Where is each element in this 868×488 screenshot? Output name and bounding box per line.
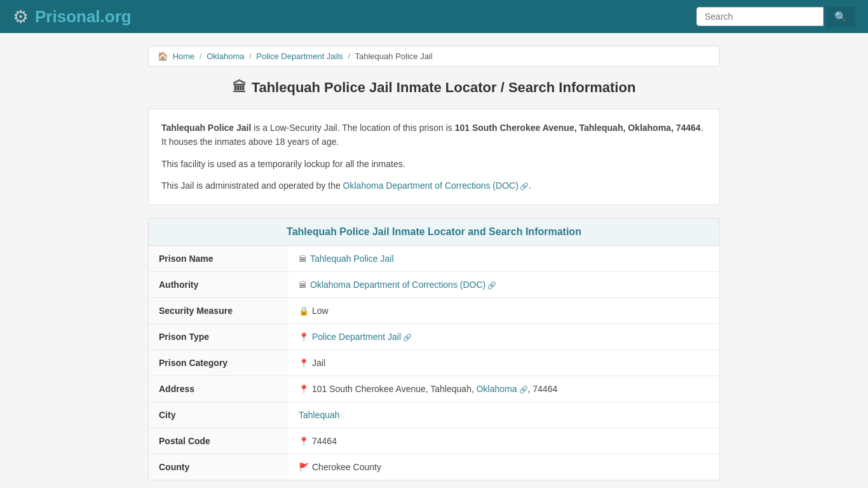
main-content: 🏠 Home / Oklahoma / Police Department Ja… <box>142 33 726 488</box>
zip-text: , 74464 <box>528 384 558 394</box>
cell-icon: 🔒 <box>299 306 309 316</box>
row-value: 📍Jail <box>288 349 719 376</box>
description-para1: Tahlequah Police Jail is a Low-Security … <box>161 121 707 149</box>
table-row: Prison Type📍Police Department Jail🔗 <box>149 323 719 349</box>
address-text: 101 South Cherokee Avenue, Tahlequah, <box>312 384 477 394</box>
row-label: Postal Code <box>149 428 288 454</box>
row-label: Authority <box>149 271 288 297</box>
table-row: CityTahlequah <box>149 402 719 428</box>
cell-text: Low <box>312 306 329 316</box>
row-label: City <box>149 402 288 428</box>
breadcrumb-home[interactable]: Home <box>173 51 195 61</box>
logo-ext: .org <box>100 7 132 26</box>
cell-link[interactable]: Oklahoma Department of Corrections (DOC) <box>310 280 485 290</box>
table-row: Address📍101 South Cherokee Avenue, Tahle… <box>149 376 719 402</box>
cell-icon: 📍 <box>299 437 309 446</box>
table-row: Authority🏛Oklahoma Department of Correct… <box>149 271 719 297</box>
state-link[interactable]: Oklahoma <box>477 384 517 394</box>
cell-text: 74464 <box>312 436 337 446</box>
table-row: Prison Name🏛Tahlequah Police Jail <box>149 246 719 272</box>
ext-icon: 🔗 <box>487 281 496 289</box>
info-table-section: Tahlequah Police Jail Inmate Locator and… <box>148 218 720 480</box>
ext-icon: 🔗 <box>519 386 528 393</box>
row-value: 🏛Tahlequah Police Jail <box>288 246 719 272</box>
cell-icon: 🏛 <box>299 280 307 290</box>
info-table-header: Tahlequah Police Jail Inmate Locator and… <box>149 219 719 246</box>
row-value: Tahlequah <box>288 402 719 428</box>
breadcrumb-category[interactable]: Police Department Jails <box>256 51 343 61</box>
cell-icon: 📍 <box>299 332 309 342</box>
row-label: County <box>149 454 288 480</box>
search-area: 🔍 <box>696 6 855 27</box>
cell-icon: 📍 <box>299 384 309 394</box>
ext-icon: 🔗 <box>403 334 412 341</box>
table-row: Postal Code📍74464 <box>149 428 719 454</box>
cell-link[interactable]: Tahlequah Police Jail <box>310 254 394 264</box>
row-value: 📍101 South Cherokee Avenue, Tahlequah, O… <box>288 376 719 402</box>
row-label: Prison Category <box>149 349 288 376</box>
building-icon: 🏛 <box>233 79 247 96</box>
row-label: Address <box>149 376 288 402</box>
search-button[interactable]: 🔍 <box>826 6 855 27</box>
info-table: Prison Name🏛Tahlequah Police JailAuthori… <box>149 246 719 480</box>
logo-icon: ⚙ <box>13 6 29 27</box>
prison-name-bold: Tahlequah Police Jail <box>161 123 251 133</box>
cell-text: Jail <box>312 358 325 368</box>
description-section: Tahlequah Police Jail is a Low-Security … <box>148 109 720 205</box>
row-value: 🚩Cherokee County <box>288 454 719 480</box>
external-link-icon: 🔗 <box>520 182 529 190</box>
site-header: ⚙ Prisonal.org 🔍 <box>0 0 868 33</box>
breadcrumb: 🏠 Home / Oklahoma / Police Department Ja… <box>148 46 720 67</box>
logo-main: Prisonal <box>35 7 100 26</box>
doc-link[interactable]: Oklahoma Department of Corrections (DOC) <box>343 180 519 191</box>
cell-icon: 🏛 <box>299 254 307 264</box>
table-row: County🚩Cherokee County <box>149 454 719 480</box>
breadcrumb-state[interactable]: Oklahoma <box>207 51 244 61</box>
cell-text: Cherokee County <box>312 462 381 472</box>
home-icon: 🏠 <box>158 51 168 61</box>
row-value: 📍Police Department Jail🔗 <box>288 323 719 349</box>
cell-icon: 🚩 <box>299 463 309 472</box>
row-value: 🔒Low <box>288 297 719 323</box>
description-para3: This Jail is administrated and operated … <box>161 179 707 193</box>
row-value: 🏛Oklahoma Department of Corrections (DOC… <box>288 271 719 297</box>
logo-text: Prisonal.org <box>35 7 132 27</box>
breadcrumb-current: Tahlequah Police Jail <box>355 51 433 61</box>
cell-link[interactable]: Tahlequah <box>299 410 340 420</box>
logo-area: ⚙ Prisonal.org <box>13 6 132 27</box>
table-row: Security Measure🔒Low <box>149 297 719 323</box>
cell-link[interactable]: Police Department Jail <box>312 332 401 342</box>
page-title: 🏛 Tahlequah Police Jail Inmate Locator /… <box>148 79 720 96</box>
row-label: Security Measure <box>149 297 288 323</box>
table-row: Prison Category📍Jail <box>149 349 719 376</box>
search-input[interactable] <box>696 7 824 26</box>
row-label: Prison Name <box>149 246 288 272</box>
description-para2: This facility is used as a temporarily l… <box>161 157 707 171</box>
row-value: 📍74464 <box>288 428 719 454</box>
row-label: Prison Type <box>149 323 288 349</box>
cell-icon: 📍 <box>299 358 309 368</box>
